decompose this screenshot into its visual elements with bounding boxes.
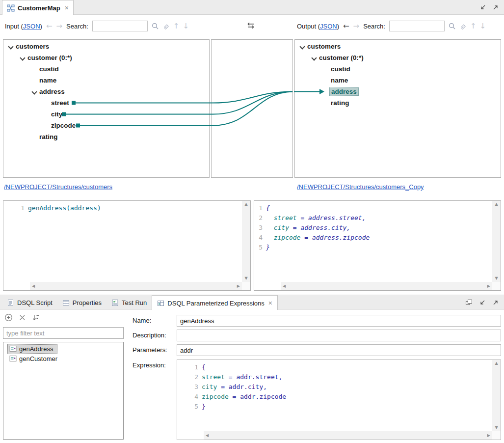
scroll-down-icon[interactable] [244, 277, 247, 280]
tree-item-address[interactable]: address [3, 86, 209, 97]
scroll-right-icon[interactable] [487, 434, 490, 438]
expression-editor[interactable]: 1{2street = addr.street,3city = addr.cit… [177, 360, 501, 440]
code-text[interactable]: city = address.city, [266, 223, 350, 233]
scroll-up-icon[interactable] [244, 202, 247, 206]
chevron-down-icon[interactable] [311, 55, 318, 61]
close-icon[interactable]: × [268, 299, 272, 307]
tab-dsql-parameterized-expressions[interactable]: DSQL Parameterized Expressions× [152, 295, 278, 310]
code-text[interactable]: genAddress(address) [28, 203, 101, 213]
output-structure-link[interactable]: /NEWPROJECT/Structures/customers_Copy [297, 183, 424, 191]
output-json-link[interactable]: JSON [320, 23, 337, 30]
clear-search-icon[interactable] [162, 23, 170, 30]
search-icon[interactable] [449, 23, 456, 30]
list-item-genaddress[interactable]: genAddress [4, 344, 122, 354]
code-text[interactable]: zipcode = address.zipcode [266, 233, 370, 243]
description-input[interactable] [177, 330, 501, 341]
chevron-down-icon[interactable] [31, 88, 38, 95]
delete-expression-icon[interactable] [19, 314, 26, 321]
code-text[interactable]: { [202, 362, 206, 372]
previous-match-icon[interactable] [470, 23, 477, 30]
tree-item-name[interactable]: name [3, 75, 209, 86]
maximize-icon[interactable] [492, 4, 499, 11]
maximize-view-icon[interactable] [492, 299, 499, 306]
tree-item-customers[interactable]: customers [295, 41, 501, 52]
next-match-icon[interactable] [480, 23, 486, 30]
scroll-right-icon[interactable] [237, 284, 240, 288]
scroll-left-icon[interactable] [32, 284, 35, 288]
chevron-down-icon[interactable] [299, 43, 306, 50]
minimize-icon[interactable] [479, 4, 486, 11]
name-input[interactable] [177, 315, 501, 327]
input-structure-link[interactable]: /NEWPROJECT/Structures/customers [4, 183, 112, 191]
input-search-field[interactable] [92, 21, 148, 31]
mapping-body-editor[interactable]: 1{2 street = address.street,3 city = add… [254, 200, 501, 291]
code-text[interactable]: { [266, 203, 270, 213]
tab-customermap[interactable]: CustomerMap × [2, 0, 74, 15]
tree-item-address[interactable]: address [295, 86, 501, 97]
scroll-down-icon[interactable] [495, 426, 498, 430]
tab-test-run[interactable]: Test Run [106, 295, 152, 310]
output-forward-icon[interactable] [353, 23, 360, 30]
code-text[interactable]: street = address.street, [266, 213, 366, 223]
code-text[interactable]: city = addr.city, [202, 382, 267, 392]
add-expression-icon[interactable] [4, 313, 13, 322]
code-text[interactable]: zipcode = addr.zipcode [202, 392, 286, 402]
output-search-field[interactable] [389, 21, 445, 31]
parameterized-expressions-icon [157, 300, 164, 307]
vertical-scrollbar[interactable] [492, 360, 501, 431]
tree-item-street[interactable]: street [3, 97, 209, 109]
code-area[interactable]: 1{2 street = address.street,3 city = add… [254, 201, 492, 282]
scroll-down-icon[interactable] [495, 277, 498, 280]
list-item-gencustomer[interactable]: genCustomer [4, 354, 122, 363]
code-area[interactable]: 1genAddress(address) [3, 201, 242, 282]
code-area[interactable]: 1{2street = addr.street,3city = addr.cit… [177, 360, 492, 431]
code-text[interactable]: } [266, 243, 270, 252]
scroll-up-icon[interactable] [495, 361, 498, 365]
sort-expressions-icon[interactable] [32, 314, 40, 322]
output-tree-panel[interactable]: customerscustomer (0:*)custidnameaddress… [294, 39, 501, 178]
code-text[interactable]: } [202, 402, 206, 412]
clear-search-icon[interactable] [459, 23, 467, 30]
search-icon[interactable] [152, 23, 159, 30]
scroll-left-icon[interactable] [283, 284, 286, 288]
chevron-down-icon[interactable] [19, 55, 26, 61]
output-back-icon[interactable] [343, 23, 349, 30]
horizontal-scrollbar[interactable] [30, 282, 242, 290]
tree-item-rating[interactable]: rating [295, 97, 501, 109]
next-match-icon[interactable] [183, 23, 189, 30]
tree-item-name[interactable]: name [295, 75, 501, 86]
scroll-right-icon[interactable] [487, 284, 490, 288]
chevron-down-icon[interactable] [7, 43, 14, 50]
input-forward-icon[interactable] [56, 23, 62, 30]
parameters-input[interactable] [177, 344, 501, 356]
input-json-link[interactable]: JSON [23, 23, 40, 30]
expressions-list[interactable]: genAddressgenCustomer [3, 342, 124, 440]
tree-item-customer-0[interactable]: customer (0:*) [3, 52, 209, 63]
call-expression-editor[interactable]: 1genAddress(address) [3, 200, 251, 291]
tree-item-custid[interactable]: custid [295, 63, 501, 75]
tree-item-zipcode[interactable]: zipcode [3, 120, 209, 131]
tree-item-label: custid [38, 65, 60, 73]
filter-input[interactable] [3, 327, 124, 339]
previous-match-icon[interactable] [173, 23, 180, 30]
tab-dsql-script[interactable]: DSQL Script [2, 295, 57, 310]
tree-item-city[interactable]: city [3, 109, 209, 120]
code-text[interactable]: street = addr.street, [202, 372, 282, 382]
minimize-view-icon[interactable] [479, 299, 486, 306]
tree-item-customer-0[interactable]: customer (0:*) [295, 52, 501, 63]
input-back-icon[interactable] [46, 23, 53, 30]
close-icon[interactable]: × [65, 4, 69, 11]
horizontal-scrollbar[interactable] [204, 431, 492, 440]
swap-direction-icon[interactable] [246, 22, 255, 30]
duplicate-view-icon[interactable] [465, 299, 473, 306]
tree-item-rating[interactable]: rating [3, 131, 209, 142]
tree-item-custid[interactable]: custid [3, 63, 209, 75]
scroll-up-icon[interactable] [495, 202, 498, 206]
vertical-scrollbar[interactable] [492, 201, 501, 282]
vertical-scrollbar[interactable] [242, 201, 250, 282]
input-tree-panel[interactable]: customerscustomer (0:*)custidnameaddress… [3, 39, 210, 178]
horizontal-scrollbar[interactable] [281, 282, 492, 290]
tree-item-customers[interactable]: customers [3, 41, 209, 52]
tab-properties[interactable]: Properties [57, 295, 106, 310]
scroll-left-icon[interactable] [206, 434, 209, 438]
